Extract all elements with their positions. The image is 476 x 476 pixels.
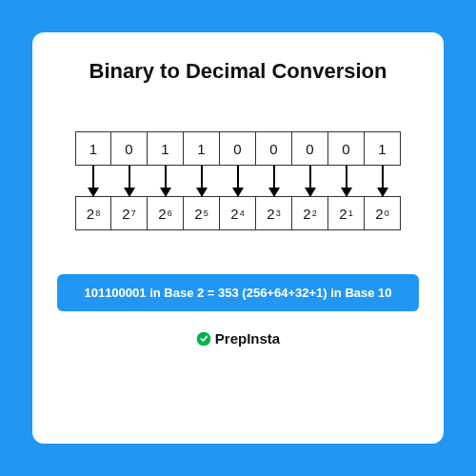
arrows-row xyxy=(75,166,401,196)
binary-cell: 1 xyxy=(75,131,111,166)
binary-cell: 1 xyxy=(148,131,184,166)
arrow-down-icon xyxy=(273,166,275,196)
powers-row: 28 27 26 25 24 23 22 21 20 xyxy=(75,196,401,230)
power-cell: 24 xyxy=(220,196,256,230)
power-cell: 28 xyxy=(75,196,111,230)
brand-name: PrepInsta xyxy=(215,330,280,347)
power-cell: 25 xyxy=(184,196,220,230)
binary-row: 1 0 1 1 0 0 0 0 1 xyxy=(75,131,401,166)
arrow-down-icon xyxy=(382,166,384,196)
conversion-diagram: 1 0 1 1 0 0 0 0 1 28 27 26 25 24 xyxy=(75,131,401,230)
page-title: Binary to Decimal Conversion xyxy=(89,59,387,84)
arrow-down-icon xyxy=(92,166,94,196)
power-cell: 26 xyxy=(148,196,184,230)
power-cell: 22 xyxy=(292,196,328,230)
binary-cell: 0 xyxy=(292,131,328,166)
power-cell: 23 xyxy=(256,196,292,230)
binary-cell: 0 xyxy=(220,131,256,166)
arrow-down-icon xyxy=(309,166,311,196)
arrow-down-icon xyxy=(129,166,130,196)
binary-cell: 0 xyxy=(328,131,365,166)
brand: PrepInsta xyxy=(196,330,280,347)
power-cell: 27 xyxy=(111,196,148,230)
power-cell: 21 xyxy=(328,196,365,230)
arrow-down-icon xyxy=(165,166,167,196)
binary-cell: 1 xyxy=(184,131,220,166)
binary-cell: 0 xyxy=(111,131,148,166)
binary-cell: 1 xyxy=(365,131,401,166)
brand-logo-icon xyxy=(196,331,211,347)
arrow-down-icon xyxy=(346,166,347,196)
result-box: 101100001 in Base 2 = 353 (256+64+32+1) … xyxy=(57,274,419,311)
arrow-down-icon xyxy=(201,166,203,196)
card: Binary to Decimal Conversion 1 0 1 1 0 0… xyxy=(32,32,444,444)
power-cell: 20 xyxy=(365,196,401,230)
binary-cell: 0 xyxy=(256,131,292,166)
arrow-down-icon xyxy=(237,166,239,196)
